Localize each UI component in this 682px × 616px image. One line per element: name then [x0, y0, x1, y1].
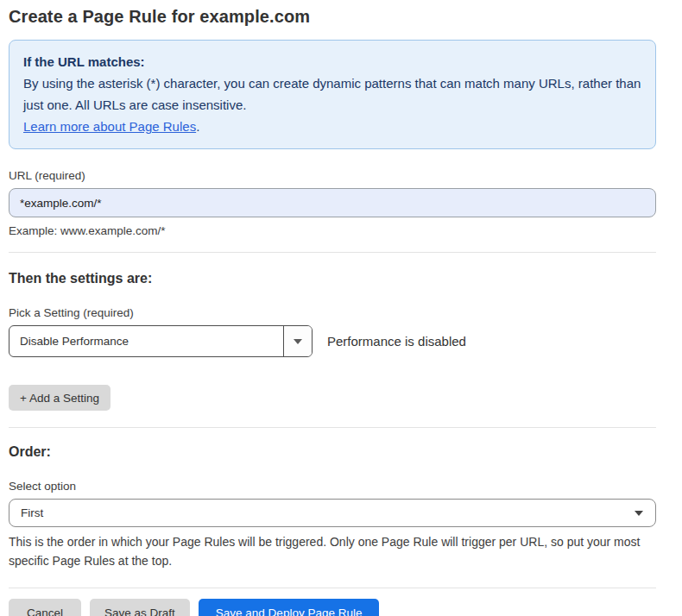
save-as-draft-button[interactable]: Save as Draft — [90, 599, 190, 616]
notice-body: By using the asterisk (*) character, you… — [23, 72, 641, 116]
page-title: Create a Page Rule for example.com — [9, 7, 656, 27]
cancel-button[interactable]: Cancel — [9, 599, 81, 616]
divider — [9, 252, 656, 253]
divider — [9, 588, 656, 588]
setting-row: Disable Performance Performance is disab… — [9, 325, 656, 357]
order-heading: Order: — [9, 444, 656, 460]
url-matches-notice: If the URL matches: By using the asteris… — [9, 40, 656, 149]
footer-actions: Cancel Save as Draft Save and Deploy Pag… — [9, 599, 656, 616]
settings-heading: Then the settings are: — [9, 271, 656, 286]
setting-select[interactable]: Disable Performance — [9, 325, 313, 357]
divider — [9, 427, 656, 428]
select-option-label: Select option — [9, 480, 656, 493]
setting-select-arrow-button[interactable] — [283, 326, 312, 356]
pick-setting-label: Pick a Setting (required) — [9, 306, 656, 319]
chevron-down-icon — [294, 339, 302, 344]
create-page-rule-page: Create a Page Rule for example.com If th… — [0, 0, 682, 616]
notice-link-line: Learn more about Page Rules. — [23, 116, 641, 137]
url-label: URL (required) — [9, 169, 656, 182]
add-setting-button[interactable]: + Add a Setting — [9, 385, 111, 411]
setting-select-value: Disable Performance — [9, 326, 283, 356]
chevron-down-icon — [635, 511, 643, 516]
order-select-value: First — [21, 506, 43, 519]
setting-status-text: Performance is disabled — [327, 334, 466, 349]
order-select[interactable]: First — [9, 499, 656, 527]
save-and-deploy-button[interactable]: Save and Deploy Page Rule — [199, 599, 380, 616]
url-example-text: Example: www.example.com/* — [9, 224, 656, 237]
notice-heading: If the URL matches: — [23, 51, 641, 72]
learn-more-link[interactable]: Learn more about Page Rules — [23, 119, 196, 134]
link-suffix: . — [196, 119, 199, 134]
url-input[interactable] — [9, 188, 656, 217]
order-help-text: This is the order in which your Page Rul… — [9, 532, 646, 570]
